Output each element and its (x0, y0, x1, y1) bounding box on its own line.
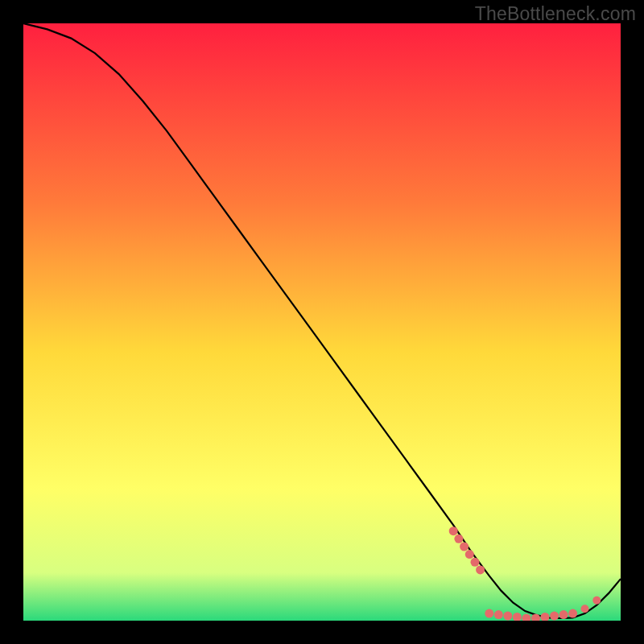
marker-dot (460, 543, 469, 551)
chart-svg (23, 23, 621, 621)
marker-dot (568, 609, 577, 618)
marker-dot (559, 610, 568, 619)
chart-frame: TheBottleneck.com (0, 0, 644, 644)
plot-area (23, 23, 621, 621)
marker-dot (476, 565, 485, 574)
marker-dot (485, 609, 493, 618)
marker-dot (471, 558, 480, 567)
marker-dot (581, 605, 589, 613)
marker-dot (449, 526, 458, 535)
gradient-background (23, 23, 621, 621)
watermark-text: TheBottleneck.com (475, 3, 636, 25)
marker-dot (454, 535, 463, 543)
marker-dot (592, 597, 601, 605)
marker-dot (550, 612, 559, 621)
marker-dot (465, 550, 474, 559)
marker-dot (503, 612, 512, 621)
marker-dot (494, 610, 503, 619)
